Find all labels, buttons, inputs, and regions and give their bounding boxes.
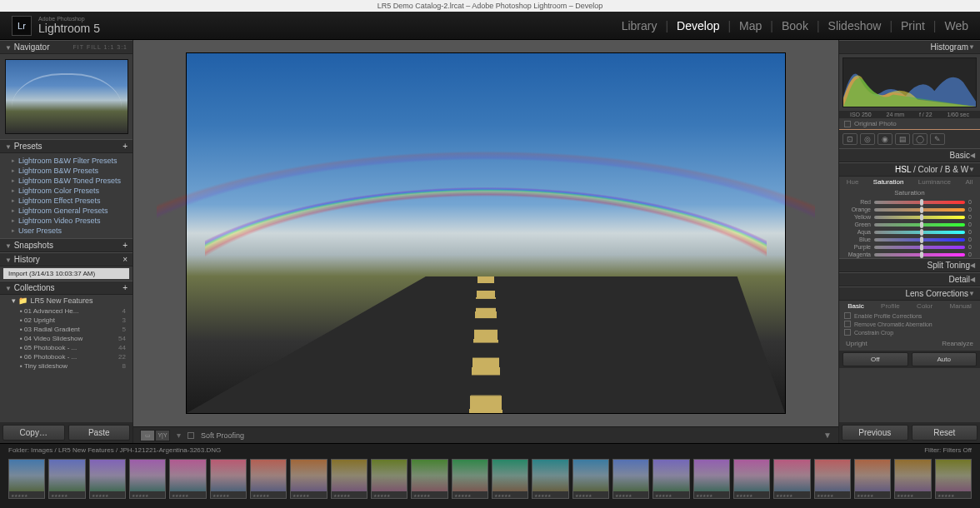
lens-tab-color[interactable]: Color [917, 302, 932, 310]
navigator-thumbnail[interactable] [0, 54, 132, 139]
split-toning-header[interactable]: Split Toning ◀ [839, 258, 980, 272]
module-library[interactable]: Library [622, 19, 658, 32]
hsl-header[interactable]: HSL / Color / B & W ▼ [839, 162, 980, 177]
basic-header[interactable]: Basic ◀ [839, 148, 980, 162]
preset-item[interactable]: Lightroom Color Presets [12, 186, 128, 196]
history-header[interactable]: ▼ History× [0, 252, 132, 266]
spot-tool-icon[interactable]: ◎ [860, 133, 875, 145]
navigator-header[interactable]: ▼ Navigator FIT FILL 1:1 3:1 [0, 40, 132, 54]
hsl-tab-saturation[interactable]: Saturation [873, 178, 903, 186]
module-book[interactable]: Book [782, 19, 808, 32]
filmstrip-thumb[interactable]: ★★★★★ [572, 459, 609, 499]
preset-item[interactable]: User Presets [12, 226, 128, 236]
lens-option[interactable]: Remove Chromatic Aberration [839, 320, 980, 328]
filmstrip-thumb[interactable]: ★★★★★ [612, 459, 649, 499]
filmstrip-thumb[interactable]: ★★★★★ [532, 459, 568, 499]
preset-item[interactable]: Lightroom B&W Filter Presets [12, 156, 128, 166]
brush-tool-icon[interactable]: ✎ [930, 133, 945, 145]
photo-canvas[interactable] [133, 40, 838, 426]
previous-button[interactable]: Previous [842, 425, 908, 441]
slider-orange[interactable]: Orange0 [839, 206, 980, 213]
original-photo-row[interactable]: Original Photo [839, 118, 980, 130]
preset-item[interactable]: Lightroom Effect Presets [12, 196, 128, 206]
filmstrip-thumb[interactable]: ★★★★★ [169, 459, 206, 499]
hsl-tab-hue[interactable]: Hue [847, 178, 859, 186]
radial-tool-icon[interactable]: ◯ [912, 133, 928, 145]
filmstrip-thumb[interactable]: ★★★★★ [290, 459, 327, 499]
slider-red[interactable]: Red0 [839, 198, 980, 206]
before-after-icon[interactable]: Y|Y [155, 430, 170, 441]
preset-item[interactable]: Lightroom B&W Toned Presets [12, 176, 128, 186]
slider-green[interactable]: Green0 [839, 221, 980, 228]
upright-off-button[interactable]: Off [842, 352, 908, 366]
filter-value[interactable]: Filters Off [942, 446, 972, 454]
toolbar-menu-icon[interactable]: ▼ [823, 431, 832, 440]
filmstrip-thumb[interactable]: ★★★★★ [773, 459, 810, 499]
histogram-chart[interactable] [842, 57, 977, 107]
redeye-tool-icon[interactable]: ◉ [878, 133, 892, 145]
collection-item[interactable]: ▪ 05 Photobook - ...44 [0, 343, 132, 352]
filmstrip-thumb[interactable]: ★★★★★ [492, 459, 528, 499]
filmstrip-path[interactable]: Folder: Images / LR5 New Features / JPH-… [8, 446, 221, 454]
filmstrip-thumb[interactable]: ★★★★★ [935, 459, 972, 499]
filmstrip-thumb[interactable]: ★★★★★ [331, 459, 368, 499]
module-slideshow[interactable]: Slideshow [828, 19, 882, 32]
crop-tool-icon[interactable]: ⊡ [842, 133, 858, 145]
preset-item[interactable]: Lightroom Video Presets [12, 216, 128, 226]
copy-button[interactable]: Copy… [2, 425, 65, 441]
collection-item[interactable]: ▪ Tiny slideshow8 [0, 361, 132, 371]
module-print[interactable]: Print [901, 19, 925, 32]
lens-tab-manual[interactable]: Manual [950, 302, 972, 310]
lens-option[interactable]: Constrain Crop [839, 328, 980, 336]
collection-item[interactable]: ▪ 06 Photobook - ...22 [0, 352, 132, 361]
history-item[interactable]: Import (3/14/13 10:03:37 AM) [3, 268, 129, 279]
detail-header[interactable]: Detail ◀ [839, 272, 980, 286]
upright-auto-button[interactable]: Auto [912, 352, 978, 366]
lens-tab-profile[interactable]: Profile [881, 302, 900, 310]
collection-item[interactable]: ▪ 02 Upright3 [0, 316, 132, 325]
collection-item[interactable]: ▪ 04 Video Slideshow54 [0, 334, 132, 343]
filmstrip-thumb[interactable]: ★★★★★ [733, 459, 770, 499]
grad-tool-icon[interactable]: ▤ [895, 133, 910, 145]
collection-item[interactable]: ▪ 01 Advanced He...4 [0, 306, 132, 316]
module-develop[interactable]: Develop [677, 19, 719, 32]
filmstrip-thumb[interactable]: ★★★★★ [693, 459, 730, 499]
preset-item[interactable]: Lightroom General Presets [12, 206, 128, 216]
slider-aqua[interactable]: Aqua0 [839, 228, 980, 236]
navigator-zoom-options[interactable]: FIT FILL 1:1 3:1 [73, 44, 128, 50]
slider-yellow[interactable]: Yellow0 [839, 213, 980, 221]
lens-tab-basic[interactable]: Basic [848, 302, 864, 310]
hsl-tab-luminance[interactable]: Luminance [918, 178, 951, 186]
module-map[interactable]: Map [739, 19, 762, 32]
hsl-tab-all[interactable]: All [965, 178, 972, 186]
filmstrip-thumb[interactable]: ★★★★★ [210, 459, 247, 499]
module-web[interactable]: Web [944, 19, 968, 32]
filmstrip-thumb[interactable]: ★★★★★ [129, 459, 166, 499]
filmstrip-thumb[interactable]: ★★★★★ [652, 459, 689, 499]
slider-purple[interactable]: Purple0 [839, 243, 980, 251]
filmstrip-thumb[interactable]: ★★★★★ [894, 459, 931, 499]
filmstrip-thumb[interactable]: ★★★★★ [452, 459, 488, 499]
filmstrip-thumb[interactable]: ★★★★★ [854, 459, 891, 499]
filmstrip-thumb[interactable]: ★★★★★ [411, 459, 448, 499]
filmstrip-thumb[interactable]: ★★★★★ [250, 459, 287, 499]
reanalyze-button[interactable]: Reanalyze [942, 340, 973, 347]
loupe-view-icon[interactable]: ▭ [140, 430, 155, 441]
slider-blue[interactable]: Blue0 [839, 236, 980, 243]
collections-header[interactable]: ▼ Collections+ [0, 281, 132, 295]
collection-root[interactable]: ▾ 📁 LR5 New Features [0, 295, 132, 306]
lens-option[interactable]: Enable Profile Corrections [839, 311, 980, 320]
filmstrip-thumb[interactable]: ★★★★★ [8, 459, 45, 499]
snapshots-header[interactable]: ▼ Snapshots+ [0, 238, 132, 252]
filmstrip-thumb[interactable]: ★★★★★ [814, 459, 851, 499]
lens-header[interactable]: Lens Corrections ▼ [839, 286, 980, 301]
filmstrip-thumb[interactable]: ★★★★★ [371, 459, 408, 499]
collection-item[interactable]: ▪ 03 Radial Gradient5 [0, 325, 132, 334]
presets-header[interactable]: ▼ Presets+ [0, 139, 132, 153]
filmstrip-thumb[interactable]: ★★★★★ [89, 459, 126, 499]
slider-magenta[interactable]: Magenta0 [839, 251, 980, 258]
soft-proof-checkbox[interactable] [188, 432, 194, 439]
filmstrip-thumb[interactable]: ★★★★★ [48, 459, 85, 499]
histogram-header[interactable]: Histogram ▼ [839, 40, 980, 54]
reset-button[interactable]: Reset [912, 425, 978, 441]
